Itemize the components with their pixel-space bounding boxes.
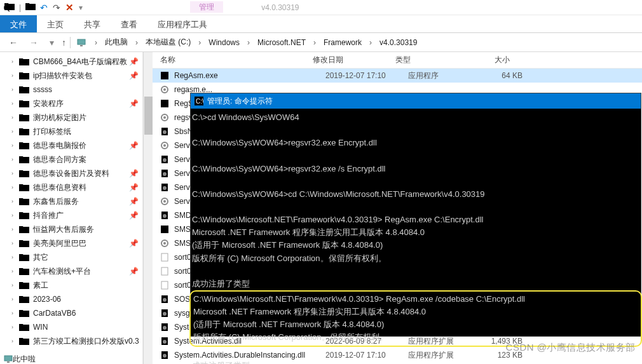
tree-folder-item[interactable]: ›德思泰信息资料📌 bbox=[0, 180, 142, 194]
expand-icon[interactable]: › bbox=[11, 198, 19, 205]
delete-icon[interactable]: ✕ bbox=[65, 2, 74, 13]
tree-scrollbar[interactable] bbox=[143, 52, 153, 364]
expand-icon[interactable]: › bbox=[11, 282, 19, 288]
col-date[interactable]: 修改日期 bbox=[313, 55, 395, 65]
expand-icon[interactable]: › bbox=[11, 114, 19, 121]
expand-icon[interactable]: › bbox=[11, 310, 19, 316]
nav-back-icon[interactable]: ← bbox=[5, 37, 22, 48]
expand-icon[interactable]: › bbox=[11, 226, 19, 233]
undo-icon[interactable]: ↶ bbox=[40, 3, 48, 13]
tree-folder-item[interactable]: ›安装程序📌 bbox=[0, 97, 142, 111]
folder-icon bbox=[19, 71, 31, 80]
watermark: CSDN @小鹰信息技术服务部 bbox=[506, 342, 636, 354]
expand-icon[interactable]: › bbox=[11, 212, 19, 219]
tree-item-label: 其它 bbox=[33, 252, 48, 263]
tree-folder-item[interactable]: ›第三方竣工检测接口外发版v0.3 bbox=[0, 334, 142, 348]
cmd-titlebar[interactable]: C:\ 管理员: 命令提示符 bbox=[191, 93, 641, 109]
crumb-sep[interactable]: › bbox=[196, 38, 203, 47]
expand-icon[interactable]: › bbox=[11, 170, 19, 177]
expand-icon[interactable]: › bbox=[11, 156, 19, 163]
tree-folder-item[interactable]: ›CarDataVB6 bbox=[0, 306, 142, 320]
tree-folder-item[interactable]: ›德思泰合同方案 bbox=[0, 152, 142, 166]
folder-icon bbox=[19, 169, 31, 178]
col-type[interactable]: 类型 bbox=[395, 55, 459, 65]
expand-icon[interactable]: › bbox=[11, 254, 19, 260]
tree-folder-item[interactable]: ›其它 bbox=[0, 250, 142, 264]
crumb-thispc[interactable]: 此电脑 bbox=[104, 34, 129, 50]
file-type-icon bbox=[160, 225, 172, 234]
expand-icon[interactable]: › bbox=[11, 268, 19, 274]
tree-folder-item[interactable]: ›恒益网大售后服务 bbox=[0, 222, 142, 236]
expand-icon[interactable]: › bbox=[11, 86, 19, 93]
tree-item-label: 东鑫售后服务 bbox=[33, 196, 79, 207]
command-prompt-window[interactable]: C:\ 管理员: 命令提示符 C:\>cd Windows\SysWOW64 C… bbox=[190, 93, 641, 337]
expand-icon[interactable]: › bbox=[11, 128, 19, 135]
crumb-v4[interactable]: v4.0.30319 bbox=[378, 36, 418, 50]
expand-icon[interactable]: › bbox=[11, 72, 19, 79]
nav-up-icon[interactable]: ↑ bbox=[62, 37, 66, 48]
expand-icon[interactable]: › bbox=[11, 240, 19, 246]
tree-folder-item[interactable]: ›CBM666_B4A电子版编程教📌 bbox=[0, 55, 142, 69]
cmd-body[interactable]: C:\>cd Windows\SysWOW64 C:\Windows\SysWO… bbox=[191, 109, 641, 364]
crumb-sep[interactable]: › bbox=[92, 38, 100, 47]
pin-icon: 📌 bbox=[129, 57, 142, 66]
tree-folder-item[interactable]: ›2023-06 bbox=[0, 292, 142, 306]
crumb-drive-c[interactable]: 本地磁盘 (C:) bbox=[144, 34, 192, 50]
expand-icon[interactable]: › bbox=[11, 324, 19, 330]
expand-icon[interactable]: › bbox=[11, 100, 19, 107]
tab-share[interactable]: 共享 bbox=[74, 15, 111, 32]
tree-folder-item[interactable]: ›抖音推广📌 bbox=[0, 208, 142, 222]
mouse-cursor-icon: ↖ bbox=[3, 3, 11, 15]
tab-home[interactable]: 主页 bbox=[37, 15, 74, 32]
tree-folder-item[interactable]: ›打印标签纸 bbox=[0, 125, 142, 138]
tree-folder-item[interactable]: ›东鑫售后服务📌 bbox=[0, 194, 142, 208]
nav-recent-icon[interactable]: ▾ bbox=[46, 37, 58, 48]
tree-folder-item[interactable]: ›美亮美阿里巴巴📌 bbox=[0, 236, 142, 250]
tree-item-label: 德思泰合同方案 bbox=[33, 154, 86, 165]
tree-thispc-item[interactable]: 此中啦 bbox=[0, 352, 142, 364]
tree-folder-item[interactable]: ›汽车检测线+平台📌 bbox=[0, 264, 142, 278]
crumb-windows[interactable]: Windows bbox=[207, 36, 241, 50]
column-headers[interactable]: 名称 修改日期 类型 大小 bbox=[153, 52, 642, 69]
tree-folder-item[interactable]: ›sssss bbox=[0, 83, 142, 97]
expand-icon[interactable]: › bbox=[11, 338, 19, 344]
crumb-framework[interactable]: Framework bbox=[322, 36, 363, 50]
qat-dropdown-icon[interactable]: ▾ bbox=[79, 3, 83, 12]
tree-folder-item[interactable]: ›素工 bbox=[0, 278, 142, 292]
file-tab[interactable]: 文件 bbox=[0, 15, 37, 32]
tree-item-label: WIN bbox=[33, 323, 48, 332]
tree-folder-item[interactable]: ›ip扫描软件安装包📌 bbox=[0, 69, 142, 83]
manage-contextual-tab[interactable]: 管理 bbox=[190, 1, 223, 13]
tree-item-label: 恒益网大售后服务 bbox=[33, 224, 94, 235]
expand-icon[interactable]: › bbox=[11, 296, 19, 302]
crumb-sep[interactable]: › bbox=[245, 38, 252, 47]
folder-glyph-2[interactable] bbox=[24, 2, 38, 13]
folder-icon bbox=[19, 267, 31, 276]
crumb-dotnet[interactable]: Microsoft.NET bbox=[256, 36, 307, 50]
tab-view[interactable]: 查看 bbox=[111, 15, 147, 32]
folder-icon bbox=[19, 239, 31, 248]
expand-icon[interactable]: › bbox=[11, 58, 19, 65]
file-row[interactable]: RegAsm.exe2019-12-07 17:10应用程序64 KB bbox=[153, 69, 642, 83]
tree-folder-item[interactable]: ›德思泰电脑报价📌 bbox=[0, 138, 142, 152]
nav-tree[interactable]: ›CBM666_B4A电子版编程教📌›ip扫描软件安装包📌›sssss›安装程序… bbox=[0, 52, 143, 364]
tab-apptools[interactable]: 应用程序工具 bbox=[147, 15, 217, 32]
col-size[interactable]: 大小 bbox=[459, 55, 510, 65]
this-pc-icon[interactable] bbox=[77, 39, 86, 46]
tree-item-label: 汽车检测线+平台 bbox=[33, 266, 91, 277]
expand-icon[interactable]: › bbox=[11, 184, 19, 191]
crumb-sep[interactable]: › bbox=[133, 38, 140, 47]
tree-folder-item[interactable]: ›WIN bbox=[0, 320, 142, 334]
tree-folder-item[interactable]: ›测功机标定图片 bbox=[0, 111, 142, 125]
expand-icon[interactable]: › bbox=[11, 142, 19, 149]
nav-forward-icon: → bbox=[25, 37, 42, 48]
tree-folder-item[interactable]: ›德思泰设备图片及资料📌 bbox=[0, 166, 142, 180]
col-name[interactable]: 名称 bbox=[160, 55, 313, 65]
crumb-sep[interactable]: › bbox=[311, 38, 318, 47]
redo-icon[interactable]: ↷ bbox=[53, 3, 60, 13]
file-type-icon bbox=[160, 323, 172, 332]
qat-divider: | bbox=[19, 3, 21, 12]
address-bar: ← → ▾ ↑ › 此电脑 › 本地磁盘 (C:) › Windows › Mi… bbox=[0, 33, 642, 52]
crumb-sep[interactable]: › bbox=[367, 38, 374, 47]
file-type-icon bbox=[160, 295, 172, 304]
